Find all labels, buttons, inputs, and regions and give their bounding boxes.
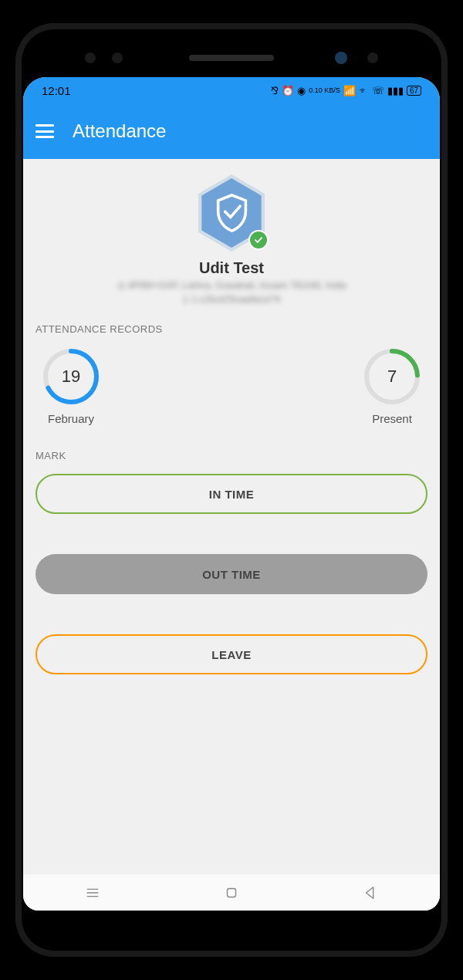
verified-badge-icon bbox=[248, 230, 269, 250]
phone-frame: 12:01 ⅋ ⏰ ◉ 0.10 KB/S 📶 ᯤ ☏ ▮▮▮ 67 Atten… bbox=[15, 23, 448, 957]
bluetooth-muted-icon: ⅋ bbox=[271, 85, 279, 96]
svg-rect-4 bbox=[228, 888, 236, 897]
out-time-button[interactable]: OUT TIME bbox=[35, 554, 428, 594]
wifi-icon: 📶 bbox=[343, 85, 356, 96]
user-location: ◎ 4P9W+GXP, Lokhra, Guwahati, Assam 7810… bbox=[35, 280, 428, 291]
status-icons: ⅋ ⏰ ◉ 0.10 KB/S 📶 ᯤ ☏ ▮▮▮ 67 bbox=[271, 85, 421, 96]
date-value: 19 bbox=[62, 367, 80, 387]
wifi-icon-2: ᯤ bbox=[359, 85, 369, 96]
in-time-button[interactable]: IN TIME bbox=[35, 474, 428, 514]
system-nav-bar bbox=[23, 874, 440, 911]
date-label: February bbox=[42, 412, 100, 425]
volte-icon: ☏ bbox=[372, 85, 384, 96]
phone-hardware-top bbox=[23, 39, 440, 77]
present-ring[interactable]: 7 Present bbox=[363, 347, 421, 425]
home-icon[interactable] bbox=[223, 884, 240, 901]
shield-icon bbox=[215, 194, 249, 232]
mark-label: Mark bbox=[35, 450, 428, 461]
alarm-icon: ⏰ bbox=[282, 85, 294, 96]
app-title: Attendance bbox=[73, 120, 166, 142]
mark-section: Mark IN TIME OUT TIME LEAVE bbox=[35, 450, 428, 674]
battery-icon: 67 bbox=[407, 86, 421, 96]
date-ring[interactable]: 19 February bbox=[42, 347, 100, 425]
recent-apps-icon[interactable] bbox=[84, 884, 101, 901]
user-name: Udit Test bbox=[35, 259, 428, 277]
user-device: ▯ 1-c2bcd25caa9a1e74 bbox=[35, 294, 428, 305]
records-row: 19 February 7 Present bbox=[35, 347, 428, 425]
app-bar: Attendance bbox=[23, 103, 440, 159]
signal-icon: ▮▮▮ bbox=[387, 85, 404, 96]
location-icon: ◉ bbox=[297, 85, 306, 96]
data-rate: 0.10 KB/S bbox=[309, 87, 340, 94]
back-icon[interactable] bbox=[362, 884, 379, 901]
menu-icon[interactable] bbox=[35, 124, 54, 138]
leave-button[interactable]: LEAVE bbox=[35, 634, 428, 674]
content-area: Udit Test ◎ 4P9W+GXP, Lokhra, Guwahati, … bbox=[23, 159, 440, 874]
status-time: 12:01 bbox=[42, 84, 71, 97]
records-label: Attendance Records bbox=[35, 323, 428, 335]
screen: 12:01 ⅋ ⏰ ◉ 0.10 KB/S 📶 ᯤ ☏ ▮▮▮ 67 Atten… bbox=[23, 77, 440, 911]
status-bar: 12:01 ⅋ ⏰ ◉ 0.10 KB/S 📶 ᯤ ☏ ▮▮▮ 67 bbox=[23, 77, 440, 103]
profile-section: Udit Test ◎ 4P9W+GXP, Lokhra, Guwahati, … bbox=[35, 174, 428, 305]
location-pin-icon: ◎ bbox=[117, 280, 125, 291]
phone-hardware-bottom bbox=[23, 911, 440, 941]
present-value: 7 bbox=[387, 367, 397, 387]
present-label: Present bbox=[363, 412, 421, 425]
avatar bbox=[193, 174, 270, 252]
device-icon: ▯ bbox=[183, 294, 188, 305]
